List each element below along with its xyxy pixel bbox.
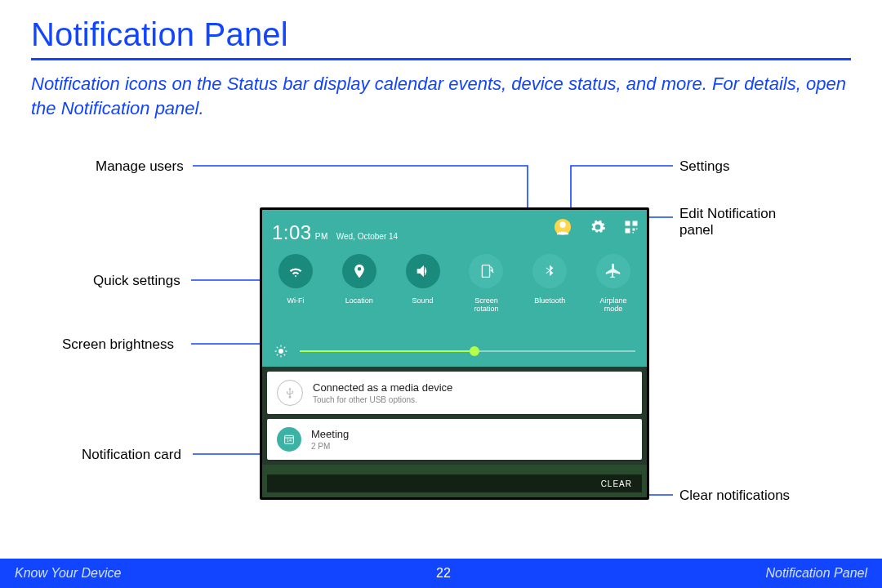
page-footer: Know Your Device 22 Notification Panel: [0, 559, 882, 588]
svg-rect-3: [633, 221, 638, 226]
notification-card-usb[interactable]: Connected as a media device Touch for ot…: [267, 372, 642, 414]
notification-panel-top: 1:03 PM Wed, October 14: [262, 210, 647, 367]
clear-notifications-bar[interactable]: CLEAR: [267, 474, 642, 492]
footer-page-number: 22: [436, 566, 451, 581]
notification-card-calendar[interactable]: 14 Meeting 2 PM: [267, 419, 642, 460]
qs-location[interactable]: Location: [330, 254, 389, 305]
footer-right: Notification Panel: [765, 566, 867, 581]
svg-line-14: [277, 347, 278, 349]
grid-icon[interactable]: [624, 220, 639, 234]
quick-settings-row: Wi-Fi Location Sound: [262, 254, 647, 337]
qs-airplane[interactable]: Airplanemode: [584, 254, 643, 314]
label-settings: Settings: [679, 158, 729, 175]
card-title: Meeting: [311, 428, 349, 440]
qs-sound[interactable]: Sound: [394, 254, 452, 305]
svg-rect-7: [633, 232, 635, 234]
svg-text:14: 14: [287, 438, 292, 443]
clock-time: 1:03: [272, 221, 312, 244]
card-subtitle: Touch for other USB options.: [313, 395, 452, 404]
svg-rect-8: [483, 265, 490, 278]
qs-screen-rotation[interactable]: Screenrotation: [457, 254, 515, 314]
svg-point-1: [559, 222, 565, 228]
brightness-icon: [274, 344, 288, 359]
qs-bluetooth[interactable]: Bluetooth: [520, 254, 579, 305]
svg-rect-5: [633, 229, 635, 231]
svg-rect-6: [636, 229, 638, 230]
label-manage-users: Manage users: [96, 158, 184, 175]
svg-line-15: [284, 354, 286, 356]
qs-wifi[interactable]: Wi-Fi: [266, 254, 325, 305]
label-notification-card: Notification card: [82, 447, 181, 463]
label-screen-brightness: Screen brightness: [62, 336, 174, 353]
page-title: Notification Panel: [31, 16, 851, 53]
footer-left: Know Your Device: [15, 566, 121, 581]
clock-pm: PM: [315, 232, 328, 241]
screen-rotation-icon: [469, 254, 503, 288]
calendar-icon: 14: [277, 427, 301, 452]
status-bar-time: 1:03 PM Wed, October 14: [272, 221, 398, 244]
label-edit-panel: Edit Notificationpanel: [679, 206, 776, 238]
title-rule: [31, 58, 851, 60]
device-frame: 1:03 PM Wed, October 14: [260, 207, 649, 500]
card-subtitle: 2 PM: [311, 442, 349, 451]
label-quick-settings: Quick settings: [93, 273, 180, 289]
svg-rect-4: [626, 229, 630, 234]
bluetooth-icon: [532, 254, 567, 288]
card-title: Connected as a media device: [313, 381, 452, 394]
svg-point-18: [289, 396, 291, 398]
clock-date: Wed, October 14: [336, 232, 398, 241]
brightness-track: [300, 350, 635, 352]
brightness-thumb[interactable]: [470, 346, 479, 356]
svg-point-9: [278, 349, 283, 354]
svg-rect-2: [626, 221, 630, 226]
clear-button[interactable]: CLEAR: [601, 479, 632, 488]
location-icon: [342, 254, 376, 288]
svg-line-16: [284, 347, 286, 349]
wifi-icon: [278, 254, 313, 288]
usb-icon: [277, 380, 303, 406]
svg-line-17: [277, 354, 278, 356]
user-icon[interactable]: [554, 218, 572, 236]
label-clear-notifications: Clear notifications: [679, 488, 790, 504]
gear-icon[interactable]: [590, 219, 606, 235]
airplane-icon: [596, 254, 630, 288]
sound-icon: [406, 254, 440, 288]
intro-text: Notification icons on the Status bar dis…: [31, 72, 848, 120]
brightness-slider[interactable]: [262, 339, 647, 363]
